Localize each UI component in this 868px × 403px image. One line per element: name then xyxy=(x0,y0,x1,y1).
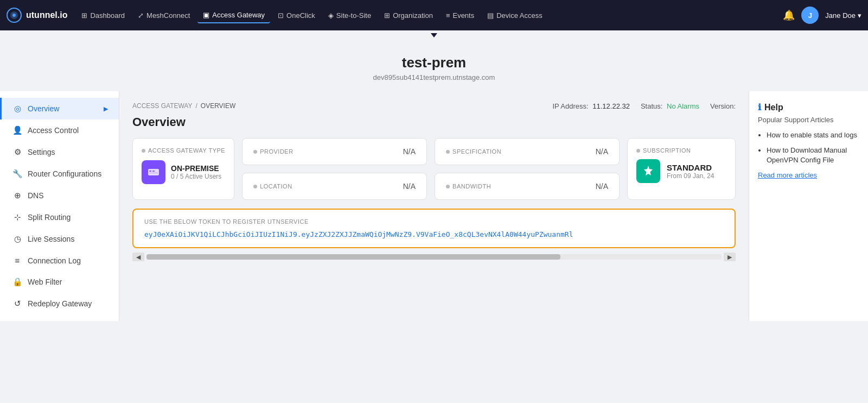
web-filter-icon: 🔒 xyxy=(12,277,22,287)
sidebar-item-overview[interactable]: ◎ Overview ▶ xyxy=(0,98,119,119)
access-gateway-icon: ▣ xyxy=(203,11,209,19)
token-label: USE THE BELOW TOKEN TO REGISTER UTNSERVI… xyxy=(144,218,724,225)
dot-icon xyxy=(253,185,257,188)
main-panel: ACCESS GATEWAY / OVERVIEW IP Address: 11… xyxy=(119,91,749,321)
dot-icon xyxy=(636,149,640,153)
gateway-domain: dev895sub4141testprem.utnstage.com xyxy=(0,73,868,81)
scroll-thumb[interactable] xyxy=(146,254,560,260)
live-sessions-icon: ◷ xyxy=(12,234,22,244)
help-articles-list: How to enable stats and logs How to Down… xyxy=(758,130,859,166)
sidebar-item-split-routing[interactable]: ⊹ Split Routing xyxy=(0,206,119,228)
dashboard-icon: ⊞ xyxy=(81,11,87,20)
sidebar-item-access-control[interactable]: 👤 Access Control xyxy=(0,119,119,141)
overview-icon: ◎ xyxy=(12,104,22,114)
dot-icon xyxy=(446,185,450,188)
meshconnect-icon: ⤢ xyxy=(138,11,144,20)
avatar[interactable]: J xyxy=(801,7,819,24)
subscription-card: SUBSCRIPTION STANDARD From 09 Jan, 24 xyxy=(627,138,736,200)
nav-events[interactable]: ≡ Events xyxy=(441,8,480,23)
sidebar-item-web-filter[interactable]: 🔒 Web Filter xyxy=(0,271,119,293)
meta-info: IP Address: 11.12.22.32 Status: No Alarm… xyxy=(552,102,736,110)
sidebar-item-router-configurations[interactable]: 🔧 Router Configurations xyxy=(0,163,119,185)
page-title: Overview xyxy=(132,115,736,129)
gateway-type-icon xyxy=(142,160,165,184)
svg-point-2 xyxy=(12,14,16,17)
gateway-header: test-prem dev895sub4141testprem.utnstage… xyxy=(0,39,868,91)
router-icon: 🔧 xyxy=(12,169,22,179)
scroll-right-button[interactable]: ▶ xyxy=(724,253,736,261)
bandwidth-cell: BANDWIDTH N/A xyxy=(435,173,620,200)
svg-rect-3 xyxy=(148,169,159,175)
read-more-articles-link[interactable]: Read more articles xyxy=(758,171,859,179)
help-article-2: How to Download Manual OpenVPN Config Fi… xyxy=(767,146,859,165)
help-icon: ℹ xyxy=(758,102,761,112)
chevron-right-icon: ▶ xyxy=(104,105,108,112)
scroll-left-button[interactable]: ◀ xyxy=(132,253,144,261)
token-value[interactable]: eyJ0eXAiOiJKV1QiLCJhbGciOiJIUzI1NiJ9.eyJ… xyxy=(144,230,724,238)
svg-rect-5 xyxy=(152,171,155,172)
redeploy-icon: ↺ xyxy=(12,299,22,308)
help-subtitle: Popular Support Articles xyxy=(758,116,859,124)
subscription-info: STANDARD From 09 Jan, 24 xyxy=(636,159,726,183)
topnav-right: 🔔 J Jane Doe ▾ xyxy=(783,7,861,24)
app-logo[interactable]: utunnel.io xyxy=(7,8,67,23)
settings-icon: ⚙ xyxy=(12,147,22,157)
notification-bell-icon[interactable]: 🔔 xyxy=(783,9,795,21)
nav-access-gateway[interactable]: ▣ Access Gateway xyxy=(197,8,270,23)
subscription-icon xyxy=(636,159,660,183)
dns-icon: ⊕ xyxy=(12,191,22,200)
cards-row: ACCESS GATEWAY TYPE ON-PREMISE 0 / 5 Ac xyxy=(132,138,736,200)
gateway-name: test-prem xyxy=(0,54,868,71)
events-icon: ≡ xyxy=(446,11,450,20)
breadcrumb: ACCESS GATEWAY / OVERVIEW xyxy=(132,102,235,110)
nav-oneclick[interactable]: ⊡ OneClick xyxy=(272,8,321,23)
connection-log-icon: ≡ xyxy=(12,256,22,265)
sidebar-item-connection-log[interactable]: ≡ Connection Log xyxy=(0,250,119,271)
dot-icon xyxy=(142,149,145,153)
sidebar-item-redeploy-gateway[interactable]: ↺ Redeploy Gateway xyxy=(0,293,119,314)
subscription-label: SUBSCRIPTION xyxy=(636,147,726,154)
svg-rect-4 xyxy=(149,171,151,172)
help-article-1: How to enable stats and logs xyxy=(767,130,859,140)
top-navigation: utunnel.io ⊞ Dashboard ⤢ MeshConnect ▣ A… xyxy=(0,0,868,30)
gateway-type-label: ACCESS GATEWAY TYPE xyxy=(142,147,225,154)
sidebar: ◎ Overview ▶ 👤 Access Control ⚙ Settings… xyxy=(0,91,119,321)
help-title: ℹ Help xyxy=(758,102,859,112)
info-grid: PROVIDER N/A SPECIFICATION N/A LOCATION xyxy=(242,138,620,200)
sidebar-item-dns[interactable]: ⊕ DNS xyxy=(0,185,119,206)
content-row: ◎ Overview ▶ 👤 Access Control ⚙ Settings… xyxy=(0,91,868,321)
user-menu[interactable]: Jane Doe ▾ xyxy=(825,11,861,20)
nav-meshconnect[interactable]: ⤢ MeshConnect xyxy=(132,8,195,23)
oneclick-icon: ⊡ xyxy=(278,11,284,20)
dot-icon xyxy=(253,150,257,154)
nav-organization[interactable]: ⊞ Organization xyxy=(379,8,438,23)
nav-site-to-site[interactable]: ◈ Site-to-Site xyxy=(323,8,376,23)
svg-rect-6 xyxy=(149,173,158,173)
gateway-type-card: ACCESS GATEWAY TYPE ON-PREMISE 0 / 5 Ac xyxy=(132,138,234,200)
gateway-type-info: ON-PREMISE 0 / 5 Active Users xyxy=(142,160,225,184)
sidebar-item-live-sessions[interactable]: ◷ Live Sessions xyxy=(0,228,119,250)
split-routing-icon: ⊹ xyxy=(12,212,22,222)
organization-icon: ⊞ xyxy=(384,11,390,20)
token-box: USE THE BELOW TOKEN TO REGISTER UTNSERVI… xyxy=(132,209,736,248)
horizontal-scrollbar[interactable]: ◀ ▶ xyxy=(132,253,736,261)
scroll-track[interactable] xyxy=(146,254,722,260)
dot-icon xyxy=(446,150,450,154)
access-control-icon: 👤 xyxy=(12,125,22,135)
sidebar-item-settings[interactable]: ⚙ Settings xyxy=(0,141,119,163)
nav-device-access[interactable]: ▤ Device Access xyxy=(482,8,548,23)
site-to-site-icon: ◈ xyxy=(328,11,334,20)
device-access-icon: ▤ xyxy=(487,11,494,20)
specification-cell: SPECIFICATION N/A xyxy=(435,138,620,165)
help-panel: ℹ Help Popular Support Articles How to e… xyxy=(749,91,868,321)
nav-dashboard[interactable]: ⊞ Dashboard xyxy=(76,8,130,23)
provider-cell: PROVIDER N/A xyxy=(242,138,427,165)
location-cell: LOCATION N/A xyxy=(242,173,427,200)
chevron-down-icon: ▾ xyxy=(858,11,861,20)
